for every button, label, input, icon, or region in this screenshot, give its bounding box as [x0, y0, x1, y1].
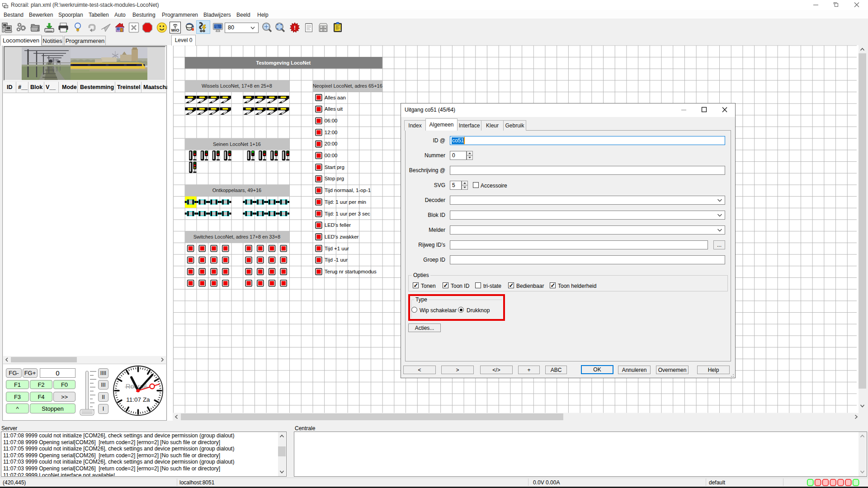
svg-text:WiO: WiO	[171, 28, 179, 33]
svg-text:Ontkoppelaars, 49+16: Ontkoppelaars, 49+16	[212, 188, 261, 193]
svg-text:Tijd: 1 uur per min: Tijd: 1 uur per min	[325, 199, 366, 205]
svg-text:Tijd -1 uur: Tijd -1 uur	[325, 257, 348, 263]
svg-text:12:00: 12:00	[325, 130, 338, 135]
svg-text:11:07 Za: 11:07 Za	[126, 396, 150, 403]
svg-text:Alles uit: Alles uit	[325, 106, 343, 112]
svg-text:Tijd +1 uur: Tijd +1 uur	[325, 246, 349, 251]
svg-text:Tijd: 1 uur per 3 sec: Tijd: 1 uur per 3 sec	[325, 211, 370, 216]
svg-text:06:00: 06:00	[325, 118, 338, 123]
svg-text:!: !	[294, 25, 296, 31]
svg-text:Alles aan: Alles aan	[325, 95, 346, 100]
svg-text:00:00: 00:00	[325, 153, 338, 158]
svg-text:Tijd normaal, 1-op-1: Tijd normaal, 1-op-1	[325, 188, 371, 193]
svg-text:Seinen LocoNet 1+16: Seinen LocoNet 1+16	[213, 141, 261, 147]
svg-text:Switches LocoNet, adres 17+8 e: Switches LocoNet, adres 17+8 en 33+8	[193, 234, 280, 239]
svg-text:LED's feller: LED's feller	[325, 222, 351, 228]
svg-text:20:00: 20:00	[325, 141, 338, 146]
svg-text:Testomgeving LocoNet: Testomgeving LocoNet	[256, 60, 311, 66]
svg-text:LED's zwakker: LED's zwakker	[325, 234, 359, 239]
svg-text:Neopixel LocoNet, adres 65+16: Neopixel LocoNet, adres 65+16	[313, 83, 382, 89]
svg-text:Wissels LocoNet, 17+8 en 25+8: Wissels LocoNet, 17+8 en 25+8	[202, 83, 272, 89]
svg-text:Stop prg: Stop prg	[325, 176, 344, 181]
svg-text:Terug nr startupmodus: Terug nr startupmodus	[325, 269, 377, 274]
svg-text:Start prg: Start prg	[325, 164, 344, 170]
